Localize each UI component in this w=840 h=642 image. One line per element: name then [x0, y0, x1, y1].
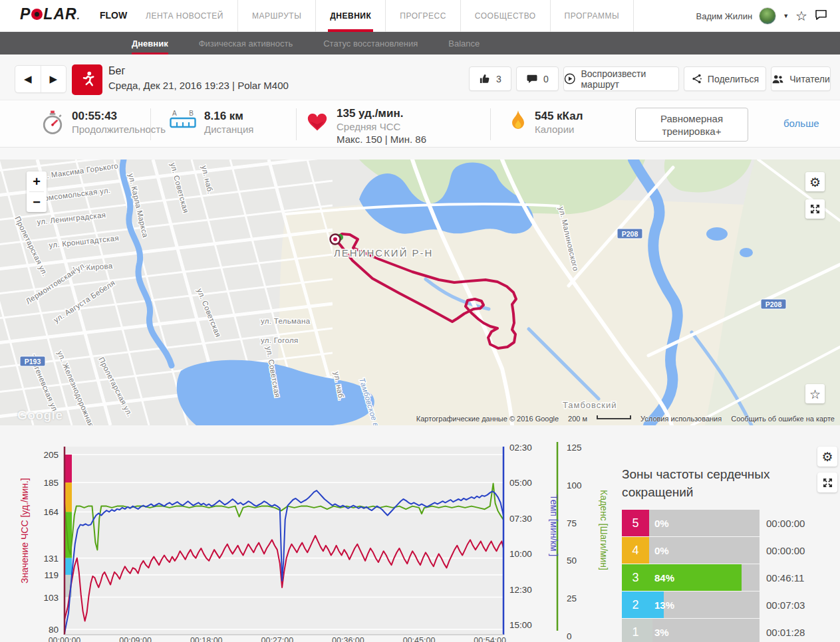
map-terms-link[interactable]: Условия использования: [640, 415, 722, 423]
subnav-diary[interactable]: Дневник: [132, 32, 168, 54]
map-zoom-out-button[interactable]: −: [27, 192, 47, 212]
svg-text:Темп [мин/км ]: Темп [мин/км ]: [549, 494, 559, 556]
heart-icon: [306, 111, 329, 132]
replay-route-button[interactable]: Воспроизвести маршрут: [563, 66, 679, 91]
svg-text:00:54:00: 00:54:00: [474, 636, 506, 642]
zone-number-badge: 4: [622, 537, 649, 564]
map-settings-button[interactable]: ⚙: [805, 172, 825, 191]
subnav-activity[interactable]: Физическая активность: [199, 32, 293, 54]
training-chart[interactable]: 2051851641311191038002:3005:0007:3010:00…: [0, 433, 619, 642]
polar-logo[interactable]: PLAR.: [20, 5, 80, 23]
distance-stat: АВ 8.16 км Дистанция: [170, 110, 253, 136]
zone-bar: 0%: [649, 510, 760, 536]
hr-zone-row-4: 4 0% 00:00:00: [622, 537, 821, 564]
svg-text:00:36:00: 00:36:00: [332, 636, 364, 642]
hr-zone-row-3: 3 84% 00:46:11: [622, 564, 821, 591]
route-map[interactable]: ул. Максима ГорькогоКомсомольская ул.ул.…: [0, 160, 840, 425]
session-pager: ◀ ▶: [15, 65, 67, 93]
training-benefit-button[interactable]: Равномерная тренировка+: [635, 108, 748, 142]
messages-icon[interactable]: [814, 8, 828, 24]
zone-time: 00:07:03: [766, 599, 805, 611]
stopwatch-icon: [41, 110, 64, 136]
subnav-balance[interactable]: Balance: [448, 32, 480, 54]
zone-bar: 0%: [649, 537, 760, 564]
more-link[interactable]: больше: [783, 118, 819, 129]
svg-text:05:00: 05:00: [509, 478, 532, 488]
svg-text:P208: P208: [766, 300, 782, 308]
main-nav: ЛЕНТА НОВОСТЕЙ МАРШРУТЫ ДНЕВНИК ПРОГРЕСС…: [132, 0, 634, 32]
map-scale-text: 200 м: [568, 415, 587, 423]
map-zoom-in-button[interactable]: +: [27, 171, 47, 191]
zone-bar: 3%: [649, 619, 760, 642]
svg-text:Тамбовский: Тамбовский: [563, 400, 617, 410]
user-name[interactable]: Вадим Жилин: [696, 11, 753, 21]
duration-label: Продолжительность: [72, 123, 166, 136]
like-button[interactable]: 3: [469, 66, 511, 91]
map-report-link[interactable]: Сообщить об ошибке на карте: [731, 415, 835, 423]
gear-icon: ⚙: [809, 175, 821, 189]
gear-icon: ⚙: [821, 449, 833, 464]
svg-text:00:00:00: 00:00:00: [49, 636, 81, 642]
map-attribution: Картографические данные © 2016 Google 20…: [416, 415, 835, 423]
svg-text:103: 103: [43, 593, 59, 603]
avg-hr-label: Средняя ЧСС: [337, 120, 426, 133]
zone-percent: 13%: [654, 591, 674, 618]
svg-text:15:00: 15:00: [509, 620, 532, 630]
svg-text:75: 75: [567, 518, 577, 528]
svg-text:50: 50: [567, 556, 577, 566]
zone-time: 00:00:00: [766, 518, 805, 529]
map-fullscreen-button[interactable]: [805, 199, 825, 219]
hr-zones-title: Зоны частоты сердечных сокращений: [622, 465, 788, 501]
svg-text:119: 119: [44, 570, 59, 580]
share-label: Поделиться: [708, 74, 759, 84]
svg-text:07:30: 07:30: [509, 514, 532, 524]
session-datetime: Среда, Дек 21, 2016 19:23 | Polar M400: [108, 80, 289, 91]
prev-session-button[interactable]: ◀: [15, 66, 41, 92]
subnav-recovery[interactable]: Статус восстановления: [323, 32, 418, 54]
map-scale-bar: [597, 415, 631, 419]
next-session-button[interactable]: ▶: [41, 66, 67, 92]
nav-item-feed[interactable]: ЛЕНТА НОВОСТЕЙ: [132, 0, 237, 32]
zone-percent: 0%: [654, 510, 669, 536]
svg-text:205: 205: [43, 450, 59, 460]
favorites-star-icon[interactable]: ☆: [795, 8, 807, 24]
svg-text:Значение ЧСС [уд./мин.]: Значение ЧСС [уд./мин.]: [19, 478, 30, 584]
diary-subnav: Дневник Физическая активность Статус вос…: [0, 32, 840, 54]
calories-stat: 545 кКал Калории: [509, 110, 583, 136]
svg-text:100: 100: [567, 481, 582, 490]
zone-bar: 84%: [649, 564, 760, 591]
comment-button[interactable]: 0: [516, 66, 559, 91]
point-a-label: А: [172, 110, 177, 117]
svg-text:125: 125: [567, 443, 582, 453]
map-canvas: ул. Максима ГорькогоКомсомольская ул.ул.…: [0, 160, 840, 425]
avg-hr-value: 135 уд./мин.: [337, 107, 426, 120]
user-menu-caret-icon[interactable]: ▼: [783, 13, 789, 19]
readers-label: Читатели: [789, 74, 829, 84]
map-zoom-control: + −: [27, 171, 47, 212]
duration-stat: 00:55:43 Продолжительность: [41, 110, 166, 136]
map-favorite-button[interactable]: ☆: [805, 384, 825, 403]
hr-zone-row-1: 1 3% 00:01:28: [622, 619, 821, 642]
svg-text:00:09:00: 00:09:00: [119, 636, 152, 642]
svg-text:ул. Гоголя: ул. Гоголя: [261, 336, 298, 344]
readers-button[interactable]: Читатели: [771, 66, 831, 91]
google-logo[interactable]: Google: [17, 408, 63, 423]
point-b-label: В: [189, 110, 194, 117]
distance-value: 8.16 км: [204, 110, 253, 123]
nav-item-routes[interactable]: МАРШРУТЫ: [237, 0, 315, 32]
svg-text:ЛЕНИНСКИЙ Р-Н: ЛЕНИНСКИЙ Р-Н: [334, 247, 433, 259]
top-nav: PLAR. FLOW ЛЕНТА НОВОСТЕЙ МАРШРУТЫ ДНЕВН…: [0, 0, 840, 32]
duration-value: 00:55:43: [72, 110, 166, 123]
nav-item-programs[interactable]: ПРОГРАММЫ: [550, 0, 634, 32]
nav-item-community[interactable]: СООБЩЕСТВО: [460, 0, 550, 32]
zone-percent: 0%: [654, 537, 669, 564]
svg-text:10:00: 10:00: [509, 549, 532, 559]
svg-text:185: 185: [43, 478, 59, 488]
nav-item-progress[interactable]: ПРОГРЕСС: [385, 0, 460, 32]
avatar[interactable]: [759, 7, 776, 25]
share-button[interactable]: Поделиться: [684, 66, 766, 91]
nav-item-diary[interactable]: ДНЕВНИК: [315, 0, 385, 32]
zone-percent: 3%: [654, 619, 669, 642]
like-count: 3: [496, 74, 501, 84]
svg-text:Каденс [Шаги/мин]: Каденс [Шаги/мин]: [599, 490, 609, 570]
